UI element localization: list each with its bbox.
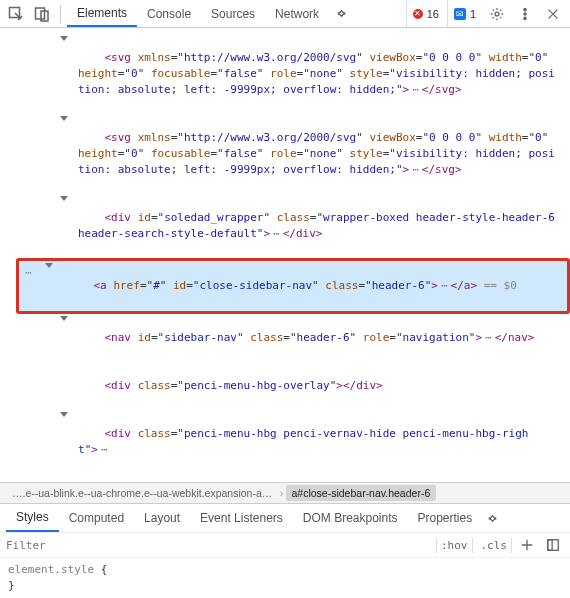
- elements-dom-tree[interactable]: <svg xmlns="http://www.w3.org/2000/svg" …: [0, 28, 570, 482]
- tab-properties[interactable]: Properties: [408, 504, 483, 532]
- svg-rect-8: [548, 540, 552, 551]
- error-count: 16: [427, 8, 439, 20]
- selection-marker-icon: ⋯: [25, 265, 32, 281]
- dom-node[interactable]: <div class="penci-menu-hbg penci-vernav-…: [20, 410, 570, 474]
- dom-node[interactable]: <div id="soledad_wrapper" class="wrapper…: [20, 194, 570, 258]
- error-icon: ✕: [413, 9, 423, 19]
- styles-filter-bar: :hov .cls: [0, 532, 570, 558]
- dom-node[interactable]: <svg xmlns="http://www.w3.org/2000/svg" …: [20, 34, 570, 114]
- dom-node[interactable]: <nav id="sidebar-nav" class="header-6" r…: [20, 314, 570, 362]
- chevron-down-icon[interactable]: [60, 116, 68, 121]
- element-style-rule[interactable]: element.style {: [0, 562, 570, 578]
- svg-point-6: [524, 17, 526, 19]
- element-style-rule-close: }: [0, 578, 570, 594]
- chevron-down-icon[interactable]: [60, 196, 68, 201]
- message-count: 1: [470, 8, 476, 20]
- styles-filter-input[interactable]: [6, 539, 432, 552]
- error-count-badge[interactable]: ✕ 16: [406, 0, 445, 27]
- settings-gear-icon[interactable]: [484, 0, 510, 27]
- close-devtools-icon[interactable]: [540, 0, 566, 27]
- chevron-down-icon[interactable]: [60, 36, 68, 41]
- breadcrumb[interactable]: ….e--ua-blink.e--ua-chrome.e--ua-webkit.…: [0, 482, 570, 504]
- message-icon: ✉: [454, 8, 466, 20]
- hov-toggle-button[interactable]: :hov: [436, 538, 473, 553]
- crumb-ancestor[interactable]: ….e--ua-blink.e--ua-chrome.e--ua-webkit.…: [8, 487, 278, 499]
- new-style-rule-icon[interactable]: [516, 534, 538, 556]
- kebab-menu-icon[interactable]: [512, 0, 538, 27]
- tab-layout[interactable]: Layout: [134, 504, 190, 532]
- chevron-down-icon[interactable]: [45, 263, 53, 268]
- computed-sidebar-icon[interactable]: [542, 534, 564, 556]
- panel-tabs: Elements Console Sources Network: [67, 0, 329, 27]
- tab-event-listeners[interactable]: Event Listeners: [190, 504, 293, 532]
- chevron-down-icon[interactable]: [60, 412, 68, 417]
- inspect-icon[interactable]: [4, 2, 28, 26]
- device-toggle-icon[interactable]: [30, 2, 54, 26]
- tab-console[interactable]: Console: [137, 0, 201, 27]
- cls-toggle-button[interactable]: .cls: [477, 538, 513, 553]
- devtools-toolbar: Elements Console Sources Network ✕ 16 ✉ …: [0, 0, 570, 28]
- tab-computed[interactable]: Computed: [59, 504, 134, 532]
- styles-pane-tabs: Styles Computed Layout Event Listeners D…: [0, 504, 570, 532]
- styles-rules: element.style { } #close-sidebar-nav, .p…: [0, 558, 570, 598]
- tab-styles[interactable]: Styles: [6, 504, 59, 532]
- chevron-right-icon: ›: [278, 487, 286, 499]
- crumb-current[interactable]: a#close-sidebar-nav.header-6: [286, 485, 437, 501]
- divider: [60, 5, 61, 23]
- message-count-badge[interactable]: ✉ 1: [447, 0, 482, 27]
- tabs-more-icon[interactable]: [331, 9, 352, 18]
- dom-node[interactable]: <div class="penci-menu-hbg-overlay"></di…: [20, 362, 570, 410]
- tab-sources[interactable]: Sources: [201, 0, 265, 27]
- tab-dom-breakpoints[interactable]: DOM Breakpoints: [293, 504, 408, 532]
- svg-point-4: [524, 8, 526, 10]
- svg-point-3: [495, 12, 499, 16]
- tab-elements[interactable]: Elements: [67, 0, 137, 27]
- svg-rect-1: [36, 8, 45, 19]
- svg-point-5: [524, 12, 526, 14]
- tabs-more-icon[interactable]: [482, 514, 503, 523]
- tab-network[interactable]: Network: [265, 0, 329, 27]
- dom-node[interactable]: <svg xmlns="http://www.w3.org/2000/svg" …: [20, 114, 570, 194]
- dom-node-selected[interactable]: ⋯<a href="#" id="close-sidebar-nav" clas…: [16, 258, 570, 314]
- svg-rect-7: [548, 540, 559, 551]
- chevron-down-icon[interactable]: [60, 316, 68, 321]
